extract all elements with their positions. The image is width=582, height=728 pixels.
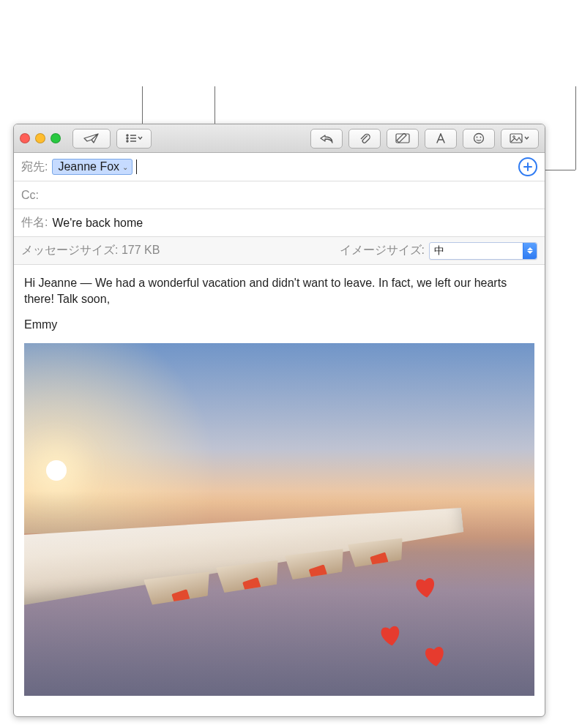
compose-window: 宛先: Jeanne Fox ⌄ Cc: 件名: We're back home bbox=[13, 124, 545, 717]
attach-button[interactable] bbox=[348, 129, 381, 149]
svg-point-8 bbox=[477, 137, 478, 138]
message-size-value: 177 KB bbox=[122, 244, 160, 256]
to-label: 宛先: bbox=[21, 160, 48, 175]
chevron-down-icon: ⌄ bbox=[122, 163, 128, 171]
reply-icon bbox=[319, 133, 334, 143]
recipient-name: Jeanne Fox bbox=[58, 160, 119, 173]
minimize-window-button[interactable] bbox=[35, 133, 45, 143]
photo-chevron-icon bbox=[510, 133, 530, 143]
markup-icon bbox=[395, 133, 410, 143]
body-paragraph: Hi Jeanne — We had a wonderful vacation … bbox=[24, 275, 534, 307]
subject-value[interactable]: We're back home bbox=[52, 217, 143, 230]
add-contact-button[interactable] bbox=[518, 157, 537, 176]
smiley-icon bbox=[473, 132, 485, 144]
markup-button[interactable] bbox=[387, 129, 419, 149]
format-button[interactable] bbox=[425, 129, 457, 149]
svg-point-11 bbox=[513, 136, 515, 138]
callout-line-add-contact-v bbox=[575, 86, 576, 170]
svg-point-7 bbox=[474, 134, 484, 143]
image-size-value: 中 bbox=[434, 244, 523, 258]
svg-point-2 bbox=[127, 138, 128, 139]
stepper-icon bbox=[523, 243, 537, 259]
list-chevron-icon bbox=[125, 133, 143, 143]
to-row[interactable]: 宛先: Jeanne Fox ⌄ bbox=[14, 153, 545, 181]
message-size: メッセージサイズ: 177 KB bbox=[21, 243, 160, 258]
paperclip-icon bbox=[359, 132, 370, 145]
format-A-icon bbox=[435, 133, 447, 143]
reply-button[interactable] bbox=[310, 129, 343, 149]
subject-row[interactable]: 件名: We're back home bbox=[14, 209, 545, 237]
message-size-label: メッセージサイズ: bbox=[21, 244, 118, 256]
size-row: メッセージサイズ: 177 KB イメージサイズ: 中 bbox=[14, 237, 545, 265]
svg-point-4 bbox=[127, 140, 128, 142]
cc-label: Cc: bbox=[21, 189, 39, 202]
header-fields-button[interactable] bbox=[116, 129, 152, 149]
recipient-token[interactable]: Jeanne Fox ⌄ bbox=[52, 159, 133, 175]
photo-browser-button[interactable] bbox=[501, 129, 539, 149]
image-size-label: イメージサイズ: bbox=[340, 243, 425, 258]
attached-image[interactable] bbox=[24, 343, 534, 696]
cc-row[interactable]: Cc: bbox=[14, 181, 545, 209]
window-controls bbox=[20, 133, 61, 143]
image-size-select[interactable]: 中 bbox=[429, 242, 537, 260]
emoji-button[interactable] bbox=[463, 129, 495, 149]
zoom-window-button[interactable] bbox=[51, 133, 61, 143]
message-body[interactable]: Hi Jeanne — We had a wonderful vacation … bbox=[14, 265, 545, 333]
svg-point-0 bbox=[127, 135, 128, 136]
plus-icon bbox=[523, 162, 532, 171]
callout-line-add-contact-h bbox=[543, 170, 575, 170]
close-window-button[interactable] bbox=[20, 133, 30, 143]
body-signature: Emmy bbox=[24, 317, 534, 333]
send-button[interactable] bbox=[72, 129, 111, 149]
message-headers: 宛先: Jeanne Fox ⌄ Cc: 件名: We're back home bbox=[14, 153, 545, 265]
text-cursor bbox=[136, 160, 137, 174]
titlebar bbox=[14, 124, 545, 153]
paper-plane-icon bbox=[83, 132, 100, 144]
svg-point-9 bbox=[480, 137, 482, 138]
subject-label: 件名: bbox=[21, 215, 48, 230]
